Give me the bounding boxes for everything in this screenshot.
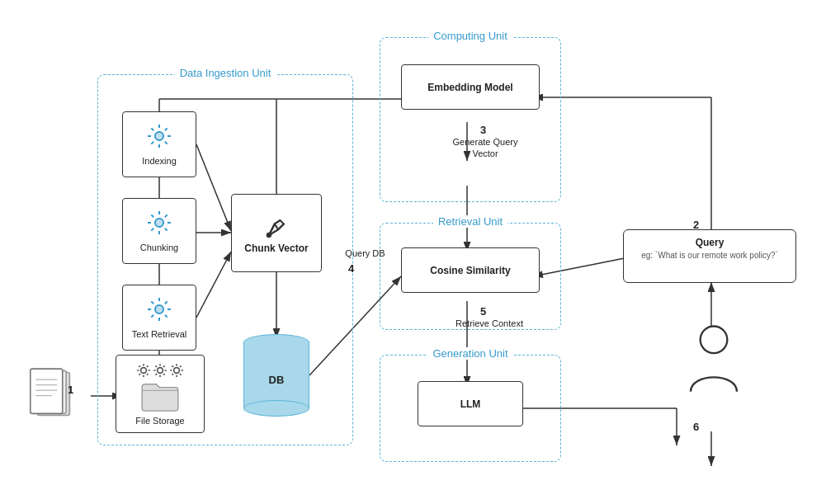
text-retrieval-box: Text Retrieval — [122, 285, 196, 351]
svg-point-27 — [157, 307, 162, 312]
computing-unit: Computing Unit — [380, 37, 561, 202]
svg-point-30 — [174, 367, 180, 373]
file-storage-label: File Storage — [135, 416, 184, 426]
svg-point-25 — [157, 220, 162, 225]
query-text: eg: `What is our remote work policy?` — [634, 251, 786, 260]
query-title: Query — [634, 237, 786, 248]
gear-small-3 — [169, 363, 184, 378]
document-icon — [26, 367, 72, 424]
generation-label: Generation Unit — [427, 347, 512, 360]
svg-point-39 — [701, 327, 728, 354]
indexing-box: Indexing — [122, 111, 196, 177]
step-4-label: Query DB — [342, 247, 388, 259]
svg-rect-34 — [31, 369, 63, 413]
chunk-vector-label: Chunk Vector — [244, 243, 308, 254]
llm-label: LLM — [460, 398, 481, 410]
db-cylinder: DB — [243, 334, 309, 417]
svg-point-23 — [157, 134, 162, 139]
data-ingestion-label: Data Ingestion Unit — [175, 67, 276, 79]
svg-point-28 — [141, 367, 147, 373]
db-bottom — [243, 400, 309, 417]
embedding-model-label: Embedding Model — [427, 82, 512, 93]
step-4-num: 4 — [348, 262, 354, 275]
svg-point-29 — [158, 367, 163, 373]
step-3-label: Generate QueryVector — [452, 136, 518, 160]
indexing-gear-icon — [146, 123, 172, 153]
chunk-vector-box: Chunk Vector — [231, 194, 322, 272]
person-svg — [685, 322, 743, 400]
step-5-label: Retrieve Context — [452, 318, 526, 329]
docs-svg — [26, 367, 72, 421]
step-6-num: 6 — [693, 421, 699, 433]
gear-small-1 — [136, 363, 151, 378]
cosine-similarity-label: Cosine Similarity — [430, 265, 510, 276]
chunking-gear-icon — [146, 210, 172, 239]
retrieval-label: Retrieval Unit — [433, 215, 507, 228]
person-icon — [681, 322, 747, 404]
query-box: Query eg: `What is our remote work polic… — [623, 229, 796, 283]
chunking-label: Chunking — [140, 243, 178, 252]
step-2-num: 2 — [693, 219, 699, 231]
db-body: DB — [243, 342, 309, 408]
embedding-model-box: Embedding Model — [401, 64, 540, 110]
indexing-label: Indexing — [142, 156, 177, 166]
text-retrieval-gear-icon — [146, 296, 172, 326]
file-storage-box: File Storage — [116, 355, 205, 433]
diagram-container: Data Ingestion Unit Computing Unit Retri… — [0, 0, 826, 504]
text-retrieval-label: Text Retrieval — [132, 329, 187, 339]
folder-icon — [135, 381, 185, 412]
cosine-similarity-box: Cosine Similarity — [401, 247, 540, 293]
chunk-vector-icon — [262, 213, 291, 243]
file-storage-icons — [136, 363, 184, 378]
svg-point-31 — [267, 233, 271, 237]
llm-box: LLM — [418, 381, 523, 426]
chunking-box: Chunking — [122, 198, 196, 264]
gear-small-2 — [153, 363, 168, 378]
step-5-num: 5 — [480, 305, 486, 318]
computing-label: Computing Unit — [428, 30, 512, 42]
step-3-num: 3 — [480, 124, 486, 136]
step-1-num: 1 — [68, 384, 73, 396]
